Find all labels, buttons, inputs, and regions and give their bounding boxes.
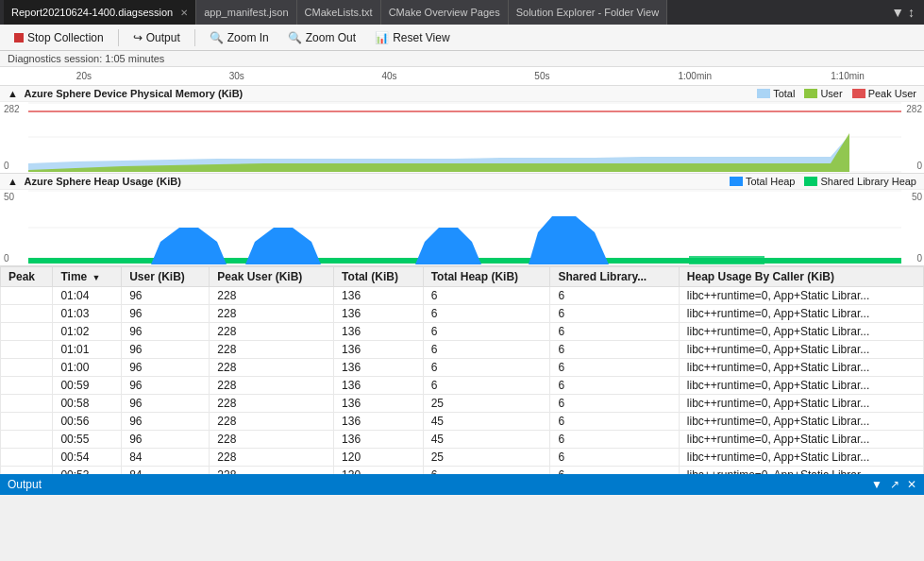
tab-report-close[interactable]: ✕ [180,8,188,18]
table-row[interactable]: 01:03 96 228 136 6 6 libc++runtime=0, Ap… [1,305,924,323]
tab-bar: Report20210624-1400.diagsession ✕ app_ma… [0,0,924,25]
tab-app-manifest-label: app_manifest.json [204,7,288,18]
zoom-in-button[interactable]: 🔍 Zoom In [201,28,277,47]
col-heap-caller[interactable]: Heap Usage By Caller (KiB) [679,267,923,287]
legend-total-heap-color [730,177,743,186]
ruler-label-50s: 50s [465,71,618,81]
zoom-in-icon: 🔍 [210,31,224,44]
chart2-body: 50 0 50 0 [0,190,924,265]
cell-peak [1,341,53,359]
table-row[interactable]: 01:04 96 228 136 6 6 libc++runtime=0, Ap… [1,287,924,305]
col-user[interactable]: User (KiB) [122,267,210,287]
zoom-out-button[interactable]: 🔍 Zoom Out [279,28,364,47]
table-row[interactable]: 00:56 96 228 136 45 6 libc++runtime=0, A… [1,413,924,431]
cell-user: 96 [122,395,210,413]
table-row[interactable]: 00:55 96 228 136 45 6 libc++runtime=0, A… [1,431,924,449]
cell-user: 96 [122,323,210,341]
tab-expand-icon[interactable]: ↕ [908,5,915,20]
cell-peak [1,377,53,395]
stop-icon [14,33,24,42]
cell-user: 96 [122,431,210,449]
cell-user: 84 [122,467,210,475]
legend-shared-heap: Shared Library Heap [804,176,916,187]
table-row[interactable]: 00:54 84 228 120 25 6 libc++runtime=0, A… [1,449,924,467]
output-button[interactable]: ↪ Output [125,28,189,47]
cell-shared: 6 [550,377,679,395]
cell-total: 136 [334,377,424,395]
chart2-collapse-icon[interactable]: ▲ [8,176,18,187]
svg-marker-13 [529,216,609,264]
cell-peak [1,287,53,305]
output-bar-close-icon[interactable]: ✕ [907,478,916,491]
tab-report[interactable]: Report20210624-1400.diagsession ✕ [4,0,196,25]
table-row[interactable]: 01:00 96 228 136 6 6 libc++runtime=0, Ap… [1,359,924,377]
svg-marker-12 [415,228,481,264]
svg-rect-14 [689,256,764,264]
tab-cmakelists-label: CMakeLists.txt [305,7,373,18]
output-bar-label: Output [8,478,42,491]
col-total-heap[interactable]: Total Heap (KiB) [423,267,550,287]
cell-peak [1,359,53,377]
output-bar-expand-icon[interactable]: ↗ [890,478,899,491]
cell-total: 136 [334,431,424,449]
cell-peak [1,305,53,323]
table-row[interactable]: 01:02 96 228 136 6 6 libc++runtime=0, Ap… [1,323,924,341]
tab-pin-icon[interactable]: ▼ [891,5,904,20]
cell-total: 136 [334,359,424,377]
cell-total-heap: 6 [423,467,550,475]
chart2-y-left: 50 0 [0,190,28,265]
tab-app-manifest[interactable]: app_manifest.json [196,0,296,25]
col-total[interactable]: Total (KiB) [334,267,424,287]
reset-view-icon: 📊 [375,31,389,44]
timeline-ruler: 20s 30s 40s 50s 1:00min 1:10min [0,67,924,86]
chart2-header: ▲ Azure Sphere Heap Usage (KiB) Total He… [0,174,924,190]
cell-time: 01:03 [53,305,122,323]
cell-total: 136 [334,287,424,305]
data-table: Peak Time ▼ User (KiB) Peak User (KiB) T… [0,266,924,474]
chart2-svg [28,190,901,265]
output-label: Output [146,31,180,44]
output-bar-actions: ▼ ↗ ✕ [871,478,916,491]
table-row[interactable]: 00:59 96 228 136 6 6 libc++runtime=0, Ap… [1,377,924,395]
cell-heap-caller: libc++runtime=0, App+Static Librar... [679,395,923,413]
legend-user-label: User [820,88,842,99]
cell-peak-user: 228 [210,323,334,341]
table-row[interactable]: 01:01 96 228 136 6 6 libc++runtime=0, Ap… [1,341,924,359]
tab-cmake-overview[interactable]: CMake Overview Pages [381,0,509,25]
cell-total: 136 [334,413,424,431]
legend-user: User [804,88,842,99]
cell-total: 136 [334,323,424,341]
chart1-collapse-icon[interactable]: ▲ [8,88,18,99]
col-peak-user[interactable]: Peak User (KiB) [210,267,334,287]
cell-total: 136 [334,395,424,413]
toolbar-separator-1 [118,29,119,46]
table-row[interactable]: 00:58 96 228 136 25 6 libc++runtime=0, A… [1,395,924,413]
svg-marker-5 [28,133,849,172]
cell-total-heap: 25 [423,449,550,467]
ruler-label-1min: 1:00min [618,71,771,81]
toolbar-separator-2 [194,29,195,46]
output-bar-chevron-icon[interactable]: ▼ [871,478,882,491]
table-row[interactable]: 00:53 84 228 120 6 6 libc++runtime=0, Ap… [1,467,924,475]
chart-physical-memory: ▲ Azure Sphere Device Physical Memory (K… [0,86,924,174]
tab-cmakelists[interactable]: CMakeLists.txt [297,0,381,25]
tab-solution-explorer[interactable]: Solution Explorer - Folder View [509,0,667,25]
data-table-wrapper[interactable]: Peak Time ▼ User (KiB) Peak User (KiB) T… [0,266,924,474]
cell-user: 84 [122,449,210,467]
cell-total: 120 [334,467,424,475]
cell-peak [1,395,53,413]
tab-cmake-overview-label: CMake Overview Pages [389,7,500,18]
cell-peak [1,467,53,475]
col-shared[interactable]: Shared Library... [550,267,679,287]
table-body: 01:04 96 228 136 6 6 libc++runtime=0, Ap… [1,287,924,475]
col-peak[interactable]: Peak [1,267,53,287]
legend-total-label: Total [773,88,795,99]
zoom-out-label: Zoom Out [306,31,356,44]
cell-time: 01:01 [53,341,122,359]
col-time[interactable]: Time ▼ [53,267,122,287]
stop-collection-button[interactable]: Stop Collection [6,28,112,47]
legend-shared-heap-label: Shared Library Heap [820,176,916,187]
chart2-legend: Total Heap Shared Library Heap [730,176,916,187]
reset-view-button[interactable]: 📊 Reset View [366,28,458,47]
svg-marker-11 [245,228,321,264]
